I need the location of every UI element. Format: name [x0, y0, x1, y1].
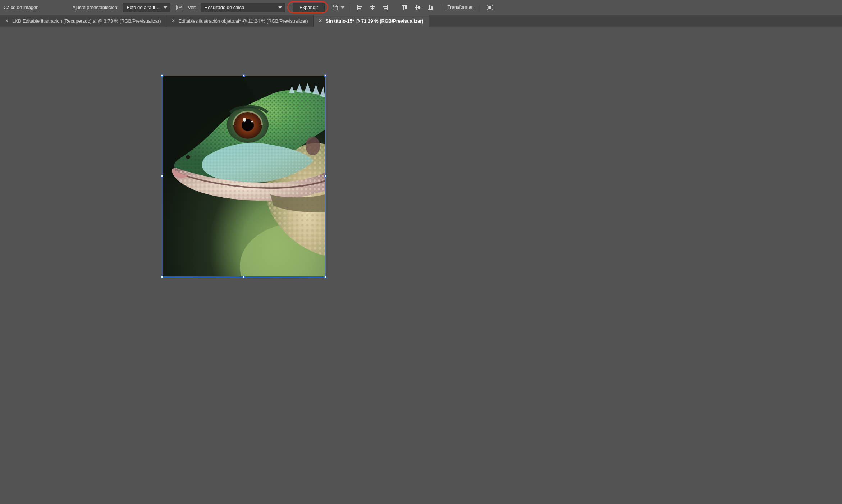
isolate-icon: [486, 4, 493, 11]
close-tab-icon[interactable]: ✕: [5, 19, 9, 23]
svg-rect-11: [371, 8, 374, 9]
svg-point-42: [306, 137, 320, 155]
align-hcenter-button[interactable]: [368, 3, 377, 12]
align-top-icon: [402, 4, 408, 11]
svg-rect-12: [387, 5, 388, 10]
tab-title: Editables ilustración objeto.ai* @ 11,24…: [179, 18, 308, 24]
svg-rect-15: [402, 5, 407, 6]
traced-image[interactable]: [163, 76, 325, 276]
transform-button[interactable]: Transformar: [445, 4, 475, 10]
svg-rect-23: [431, 6, 433, 9]
svg-rect-7: [358, 6, 362, 7]
expand-button-label: Expandir: [299, 5, 318, 10]
chevron-down-icon: [164, 6, 167, 9]
separator: [480, 4, 480, 12]
chevron-down-icon: [278, 6, 282, 9]
align-right-button[interactable]: [381, 3, 390, 12]
svg-rect-16: [403, 6, 404, 10]
svg-rect-20: [418, 6, 420, 9]
svg-point-40: [243, 118, 246, 122]
svg-rect-6: [357, 5, 358, 10]
document-tabs-bar: ✕ LKD Editable Ilustracion [Recuperado].…: [0, 15, 842, 27]
expand-button-highlight-wrap: Expandir: [289, 1, 328, 14]
document-tab[interactable]: ✕ Editables ilustración objeto.ai* @ 11,…: [166, 15, 314, 27]
preset-dropdown[interactable]: Foto de alta fide...: [123, 3, 170, 12]
control-bar: Calco de imagen Ajuste preestablecido: F…: [0, 0, 842, 15]
panel-icon: [176, 4, 182, 11]
align-bottom-button[interactable]: [426, 3, 435, 12]
isolate-button[interactable]: [485, 3, 494, 12]
svg-rect-10: [370, 6, 375, 7]
align-top-button[interactable]: [401, 3, 409, 12]
expand-button[interactable]: Expandir: [293, 3, 325, 12]
svg-rect-4: [179, 6, 181, 7]
document-tab[interactable]: ✕ Sin título-15* @ 71,29 % (RGB/Previsua…: [314, 15, 429, 27]
svg-rect-22: [429, 5, 430, 9]
preset-selected-value: Foto de alta fide...: [127, 5, 161, 10]
context-label: Calco de imagen: [4, 5, 39, 10]
align-right-icon: [382, 4, 389, 11]
chevron-down-icon: [341, 6, 344, 9]
align-left-button[interactable]: [355, 3, 364, 12]
document-tab[interactable]: ✕ LKD Editable Ilustracion [Recuperado].…: [0, 15, 166, 27]
svg-point-36: [186, 155, 190, 159]
preset-label: Ajuste preestablecido:: [73, 5, 119, 10]
close-tab-icon[interactable]: ✕: [171, 19, 175, 23]
svg-rect-19: [416, 5, 417, 10]
align-bottom-icon: [427, 4, 434, 11]
artboard[interactable]: [163, 76, 325, 276]
svg-rect-24: [489, 6, 491, 9]
svg-rect-14: [384, 8, 387, 9]
view-dropdown[interactable]: Resultado de calco: [201, 3, 285, 12]
svg-rect-13: [383, 6, 387, 7]
crop-image-button[interactable]: [333, 3, 345, 12]
close-tab-icon[interactable]: ✕: [319, 19, 322, 23]
align-hcenter-icon: [369, 4, 376, 11]
separator: [440, 4, 440, 12]
align-vcenter-button[interactable]: [413, 3, 422, 12]
view-label: Ver:: [188, 5, 196, 10]
svg-rect-21: [428, 9, 433, 10]
canvas-area[interactable]: [0, 27, 842, 504]
align-left-icon: [356, 4, 363, 11]
crop-icon: [333, 4, 340, 11]
view-selected-value: Resultado de calco: [205, 5, 244, 10]
svg-rect-5: [333, 5, 337, 9]
tab-title: Sin título-15* @ 71,29 % (RGB/Previsuali…: [326, 18, 424, 24]
svg-rect-17: [405, 6, 407, 9]
tab-title: LKD Editable Ilustracion [Recuperado].ai…: [12, 18, 161, 24]
separator: [350, 4, 350, 12]
svg-point-41: [251, 121, 253, 123]
svg-rect-8: [358, 8, 361, 9]
align-vcenter-icon: [415, 4, 421, 11]
image-trace-panel-button[interactable]: [175, 3, 183, 12]
